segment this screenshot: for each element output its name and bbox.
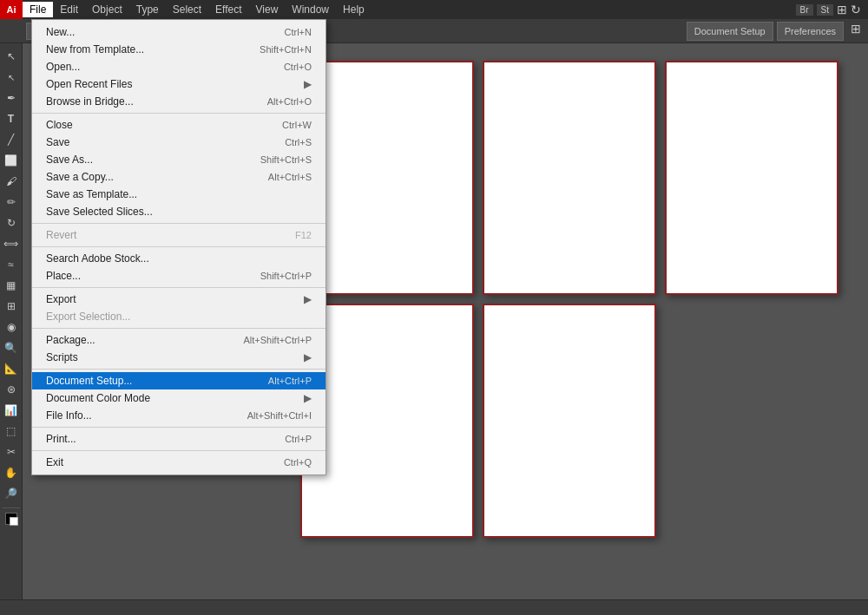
separator-5 [32,328,326,329]
menu-revert: Revert F12 [32,226,326,244]
separator-6 [32,369,326,370]
menu-place[interactable]: Place... Shift+Ctrl+P [32,267,326,285]
dropdown-overlay: New... Ctrl+N New from Template... Shift… [0,0,868,615]
separator-1 [32,113,326,114]
menu-save-template[interactable]: Save as Template... [32,186,326,203]
menu-browse-bridge[interactable]: Browse in Bridge... Alt+Ctrl+O [32,93,326,110]
menu-open[interactable]: Open... Ctrl+O [32,58,326,75]
menu-new-from-template[interactable]: New from Template... Shift+Ctrl+N [32,41,326,58]
menu-search-stock[interactable]: Search Adobe Stock... [32,250,326,267]
menu-document-setup[interactable]: Document Setup... Alt+Ctrl+P [32,372,326,389]
menu-scripts[interactable]: Scripts ▶ [32,349,326,366]
menu-open-recent[interactable]: Open Recent Files ▶ [32,75,326,93]
menu-export[interactable]: Export ▶ [32,291,326,308]
menu-save-selected-slices[interactable]: Save Selected Slices... [32,203,326,220]
menu-file-info[interactable]: File Info... Alt+Shift+Ctrl+I [32,407,326,424]
separator-2 [32,223,326,224]
menu-close[interactable]: Close Ctrl+W [32,116,326,134]
menu-save-as[interactable]: Save As... Shift+Ctrl+S [32,151,326,168]
menu-exit[interactable]: Exit Ctrl+Q [32,454,326,471]
separator-7 [32,427,326,428]
menu-save-copy[interactable]: Save a Copy... Alt+Ctrl+S [32,168,326,186]
separator-8 [32,450,326,451]
file-menu: New... Ctrl+N New from Template... Shift… [31,19,326,475]
menu-new[interactable]: New... Ctrl+N [32,23,326,41]
menu-export-selection: Export Selection... [32,308,326,325]
menu-package[interactable]: Package... Alt+Shift+Ctrl+P [32,331,326,349]
menu-print[interactable]: Print... Ctrl+P [32,430,326,448]
menu-save[interactable]: Save Ctrl+S [32,134,326,151]
separator-3 [32,246,326,247]
separator-4 [32,287,326,288]
menu-document-color-mode[interactable]: Document Color Mode ▶ [32,389,326,407]
